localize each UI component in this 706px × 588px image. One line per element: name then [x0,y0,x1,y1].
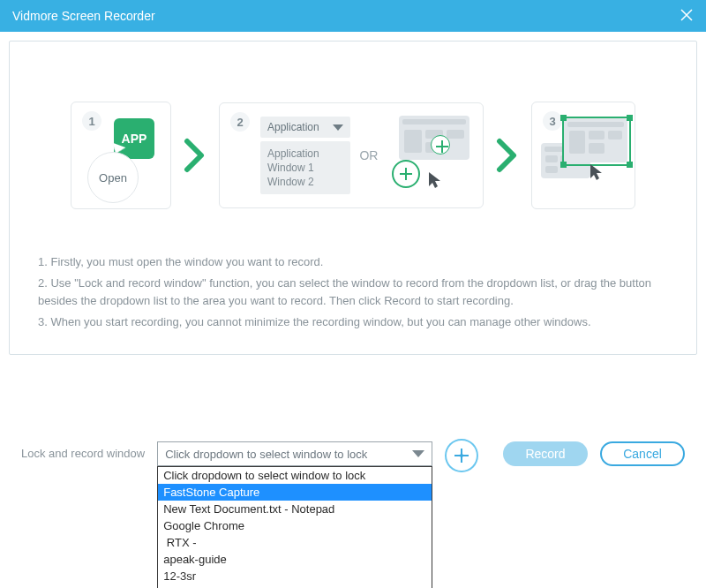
steps-row: 1 APP Open 2 Application Application [38,102,668,209]
step-2-dropdown-label: Application [267,121,319,133]
step-2-win-label: Application [267,147,343,161]
window-select-option[interactable]: Word Word [158,584,432,588]
window-title: Vidmore Screen Recorder [12,9,155,23]
window-select-option[interactable]: apeak-guide [158,551,432,568]
step-2-badge: 2 [230,112,250,132]
instruction-line-3: 3. When you start recording, you cannot … [38,313,668,331]
crosshair-icon [454,449,469,463]
chevron-down-icon [412,450,424,457]
step-3-box: 3 [531,102,635,209]
window-select-option[interactable]: RTX - [158,534,432,551]
crosshair-icon [392,160,420,188]
window-select-option[interactable]: Google Chrome [158,517,432,534]
step-2-illustration [387,116,472,195]
window-select-dropdown[interactable]: Click dropdown to select window to lock … [157,441,432,466]
window-select-option[interactable]: FastStone Capture [158,484,432,501]
step-1-box: 1 APP Open [71,102,171,209]
lock-record-label: Lock and record window [21,441,145,460]
chevron-down-icon [333,124,343,131]
instruction-panel: 1 APP Open 2 Application Application [9,41,697,355]
instructions-text: 1. Firstly, you must open the window you… [38,253,668,331]
window-select-button[interactable]: Click dropdown to select window to lock [157,441,432,466]
step-3-illustration [545,118,633,198]
step-2-win-2: Window 2 [267,175,343,189]
step-2-dropdown-illustration: Application [260,117,350,138]
main-content: 1 APP Open 2 Application Application [0,32,706,355]
drag-target-button[interactable] [445,439,478,472]
step-1-badge: 1 [82,111,101,131]
instruction-line-1: 1. Firstly, you must open the window you… [38,253,668,271]
window-select-option[interactable]: Click dropdown to select window to lock [158,467,432,484]
window-select-value: Click dropdown to select window to lock [165,448,367,461]
instruction-line-2: 2. Use "Lock and record window" function… [38,275,668,310]
window-select-list[interactable]: Click dropdown to select window to lockF… [157,466,432,588]
step-2-app-list: Application Application Window 1 Window … [260,117,350,194]
close-icon[interactable] [680,6,694,26]
step-2-window-list-illustration: Application Window 1 Window 2 [260,141,350,194]
open-circle: Open [87,152,139,203]
window-select-option[interactable]: New Text Document.txt - Notepad [158,501,432,517]
or-label: OR [359,148,378,162]
selection-box-icon [562,117,631,166]
chevron-right-icon [496,138,519,173]
bottom-bar: Lock and record window Click dropdown to… [0,441,706,472]
record-button[interactable]: Record [503,441,588,466]
window-select-option[interactable]: 12-3sr [158,568,432,584]
titlebar: Vidmore Screen Recorder [0,0,706,32]
cancel-button[interactable]: Cancel [600,441,685,466]
step-2-box: 2 Application Application Window 1 Windo… [219,102,484,208]
chevron-right-icon [184,138,207,173]
step-2-win-1: Window 1 [267,161,343,175]
